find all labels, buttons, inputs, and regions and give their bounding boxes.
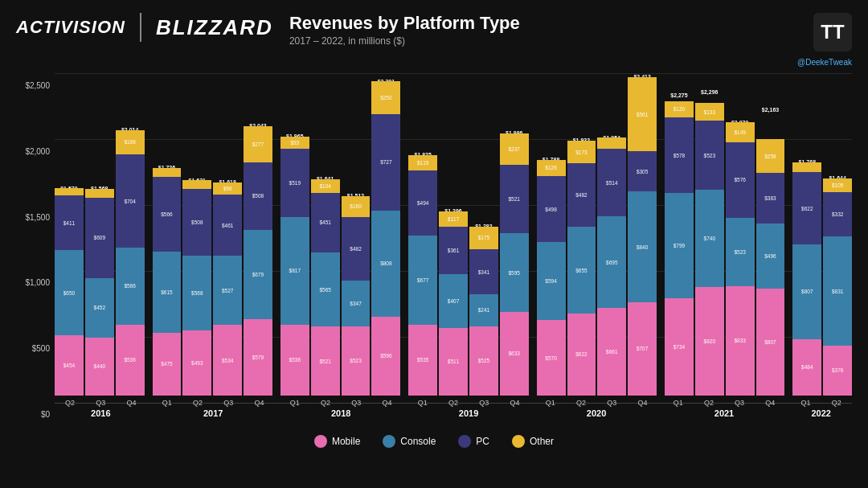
bars-wrapper: $1,570$454$650$411$1,568$440$452$609$2,0… (55, 73, 852, 427)
main-container: ACTIVISION BLIZZARD Revenues by Platform… (0, 0, 868, 488)
seg-console: $568 (182, 256, 211, 330)
seg-console: $595 (500, 233, 529, 312)
seg-pc: $519 (280, 149, 309, 217)
seg-label-console: $799 (674, 243, 685, 248)
seg-mobile: $807 (756, 289, 785, 395)
x-quarter-label: Q1 (535, 399, 566, 407)
seg-label-mobile: $523 (350, 358, 361, 363)
seg-other (55, 188, 84, 195)
seg-label-mobile: $511 (448, 359, 459, 364)
seg-other: $173 (567, 141, 596, 163)
bar-stack: $596$808$727$250 (371, 81, 400, 395)
bar-stack: $440$452$609 (85, 189, 114, 396)
seg-pc: $494 (408, 170, 437, 236)
seg-console: $615 (153, 252, 182, 333)
console-label: Console (400, 436, 436, 447)
bar-col: $1,986$633$595$521$237 (500, 73, 529, 396)
seg-pc: $578 (665, 117, 694, 194)
seg-label-other: $160 (350, 203, 361, 209)
seg-label-mobile: $484 (801, 364, 813, 370)
seg-pc: $332 (823, 192, 852, 236)
seg-label-mobile: $475 (161, 361, 172, 367)
seg-label-pc: $519 (289, 180, 301, 186)
x-quarter-label: Q2 (310, 399, 341, 407)
seg-label-console: $565 (319, 287, 330, 293)
x-quarter-label: Q3 (596, 399, 627, 407)
seg-label-console: $594 (545, 278, 556, 284)
x-quarter-label: Q1 (790, 399, 821, 407)
seg-mobile: $493 (182, 330, 211, 396)
seg-other: $119 (408, 155, 437, 171)
seg-other: $96 (213, 182, 242, 195)
x-quarter-label: Q2 (182, 399, 213, 407)
x-group-2021: Q1Q2Q3Q42021 (663, 399, 786, 418)
bar-stack: $376$831$332$105 (823, 178, 852, 396)
x-quarter-label: Q1 (152, 399, 182, 407)
seg-label-pc: $482 (575, 192, 587, 198)
seg-other: $120 (665, 101, 694, 117)
seg-other: $126 (537, 160, 566, 177)
seg-mobile: $475 (153, 333, 182, 396)
bar-col: $1,512$523$347$482$160 (342, 73, 371, 396)
seg-label-other: $126 (545, 165, 556, 170)
x-quarter-label: Q1 (407, 399, 438, 407)
seg-other: $188 (116, 130, 145, 155)
x-quarter-label: Q3 (724, 399, 755, 407)
bar-col: $2,275$734$799$578$120 (665, 73, 694, 396)
seg-label-other: $105 (832, 182, 843, 188)
seg-mobile: $536 (280, 325, 309, 396)
bar-col: $1,768$484$807$622 (792, 73, 821, 396)
bars-row: $1,570$454$650$411$1,568$440$452$609$2,0… (55, 73, 852, 396)
bar-col: $1,726$475$615$566 (153, 73, 182, 396)
seg-label-pc: $482 (350, 246, 361, 252)
seg-label-pc: $609 (94, 235, 105, 240)
seg-console: $586 (116, 248, 145, 325)
seg-label-mobile: $440 (94, 363, 105, 369)
seg-console: $840 (628, 191, 657, 302)
mobile-label: Mobile (332, 436, 360, 447)
bar-stack: $475$615$566 (153, 168, 182, 396)
seg-pc: $482 (342, 217, 371, 281)
seg-mobile: $622 (567, 314, 596, 396)
seg-pc: $727 (371, 114, 400, 210)
seg-other: $250 (371, 81, 400, 114)
seg-pc: $523 (695, 121, 724, 190)
seg-mobile: $534 (213, 325, 242, 396)
header: ACTIVISION BLIZZARD Revenues by Platform… (16, 13, 852, 67)
seg-other: $561 (628, 77, 657, 151)
pc-swatch (458, 435, 471, 448)
seg-label-mobile: $596 (380, 353, 391, 359)
x-year-label: 2021 (663, 408, 786, 418)
y-label-500: $500 (32, 344, 50, 353)
seg-label-console: $407 (448, 298, 459, 304)
seg-console: $799 (665, 193, 694, 298)
seg-label-console: $655 (575, 268, 587, 273)
seg-label-pc: $341 (478, 269, 489, 275)
seg-label-other: $561 (637, 112, 648, 117)
x-year-label: 2016 (55, 408, 147, 418)
seg-console: $807 (792, 244, 821, 338)
seg-mobile: $579 (244, 319, 272, 396)
seg-label-other: $173 (575, 150, 587, 155)
seg-pc: $609 (85, 198, 114, 278)
x-quarter-label: Q2 (566, 399, 596, 407)
bar-stack: $484$807$622 (792, 162, 821, 396)
x-quarter-label: Q4 (755, 399, 785, 407)
seg-pc: $451 (311, 193, 340, 252)
bar-stack: $521$565$451$104 (311, 179, 340, 396)
seg-other: $133 (695, 103, 724, 121)
bar-stack: $536$586$704$188 (116, 130, 145, 396)
seg-pc: $383 (756, 173, 785, 223)
legend-pc: PC (458, 435, 489, 448)
bar-col: $1,568$440$452$609 (85, 73, 114, 396)
seg-label-mobile: $536 (124, 357, 135, 363)
seg-mobile: $633 (500, 312, 529, 396)
bar-col: $1,965$536$817$519$93 (280, 73, 309, 396)
bar-stack: $622$655$482$173 (567, 141, 596, 396)
seg-pc: $508 (182, 189, 211, 256)
seg-console: $452 (85, 278, 114, 338)
bar-stack: $570$594$498$126 (537, 160, 566, 396)
seg-console: $655 (567, 227, 596, 313)
seg-label-pc: $704 (124, 199, 135, 204)
seg-pc: $341 (469, 249, 498, 294)
